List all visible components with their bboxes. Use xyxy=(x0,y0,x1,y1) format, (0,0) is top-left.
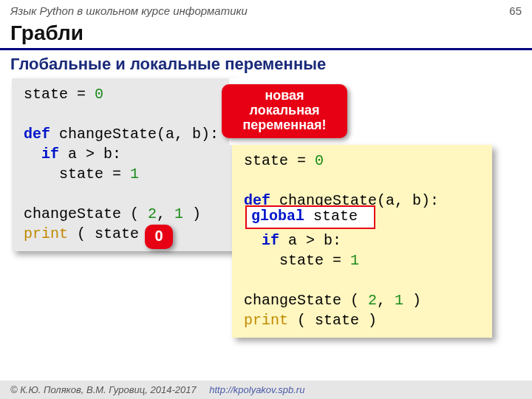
callout-new-local-var: новая локальная переменная! xyxy=(222,84,347,138)
code-box-right: state = 0 def changeState(a, b): if a > … xyxy=(232,145,492,338)
copyright: © К.Ю. Поляков, В.М. Гуровиц, 2014-2017 xyxy=(10,384,197,395)
footer: © К.Ю. Поляков, В.М. Гуровиц, 2014-2017 … xyxy=(0,381,532,399)
slide-title: Грабли xyxy=(0,20,532,45)
callout-output-zero: 0 xyxy=(145,225,173,249)
slide-subtitle: Глобальные и локальные переменные xyxy=(0,55,532,78)
title-rule xyxy=(0,48,532,50)
page-number: 65 xyxy=(509,4,522,17)
global-keyword: global xyxy=(251,208,304,225)
code-left: state = 0 def changeState(a, b): if a > … xyxy=(24,84,222,244)
code-box-left: state = 0 def changeState(a, b): if a > … xyxy=(12,78,233,251)
global-highlight-box: global state xyxy=(245,205,375,229)
footer-url: http://kpolyakov.spb.ru xyxy=(209,384,304,395)
content-area: state = 0 def changeState(a, b): if a > … xyxy=(0,78,532,374)
header-strip: Язык Python в школьном курсе информатики… xyxy=(0,0,532,20)
course-title: Язык Python в школьном курсе информатики xyxy=(10,4,248,17)
code-right: state = 0 def changeState(a, b): if a > … xyxy=(244,151,480,330)
